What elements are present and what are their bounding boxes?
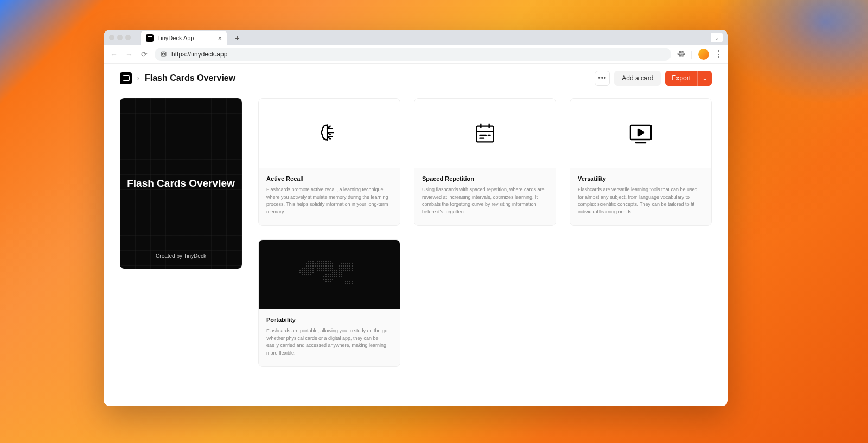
brain-icon (259, 99, 400, 168)
url-input[interactable]: https://tinydeck.app (155, 48, 671, 61)
add-card-button[interactable]: Add a card (614, 71, 661, 86)
chevron-down-icon[interactable]: ⌄ (697, 71, 712, 86)
extensions-icon[interactable] (676, 50, 685, 59)
browser-menu-icon[interactable]: ⋮ (714, 49, 723, 59)
reload-button[interactable]: ⟳ (139, 50, 149, 59)
breadcrumb-chevron-icon: › (137, 74, 139, 82)
profile-avatar[interactable] (698, 49, 709, 60)
favicon-icon (146, 34, 154, 42)
flashcard[interactable]: Versatility Flashcards are versatile lea… (570, 98, 712, 226)
cards-grid: Active Recall Flashcards promote active … (258, 98, 712, 367)
flashcard[interactable]: Active Recall Flashcards promote active … (258, 98, 400, 226)
new-tab-button[interactable]: + (232, 33, 243, 42)
export-button[interactable]: Export ⌄ (665, 71, 712, 86)
card-description: Flashcards are versatile learning tools … (578, 186, 704, 216)
browser-tab[interactable]: TinyDeck App × (141, 31, 227, 45)
card-title: Active Recall (266, 175, 392, 182)
card-title: Portability (266, 317, 392, 323)
card-description: Using flashcards with spaced repetition,… (422, 186, 548, 216)
world-map-icon (259, 240, 400, 309)
close-tab-icon[interactable]: × (218, 34, 222, 42)
calendar-icon (414, 99, 556, 168)
more-options-button[interactable]: ••• (595, 71, 610, 86)
tab-bar: TinyDeck App × + ⌄ (104, 30, 728, 45)
tab-overflow-button[interactable]: ⌄ (711, 33, 723, 42)
deck-cover[interactable]: Flash Cards Overview Created by TinyDeck (120, 98, 242, 269)
back-button[interactable]: ← (109, 50, 119, 59)
cover-title: Flash Cards Overview (127, 178, 235, 189)
svg-rect-1 (162, 53, 164, 55)
page-title: Flash Cards Overview (145, 73, 235, 83)
video-icon (570, 99, 711, 168)
card-description: Flashcards promote active recall, a lear… (266, 186, 392, 216)
svg-rect-0 (161, 52, 166, 56)
app-logo-icon[interactable] (120, 72, 132, 84)
forward-button[interactable]: → (124, 50, 134, 59)
card-title: Spaced Repetition (422, 175, 548, 182)
svg-rect-2 (477, 126, 494, 142)
browser-window: TinyDeck App × + ⌄ ← → ⟳ https://tinydec… (104, 30, 728, 406)
card-description: Flashcards are portable, allowing you to… (266, 327, 392, 357)
window-controls[interactable] (109, 35, 131, 40)
url-text: https://tinydeck.app (171, 50, 227, 58)
card-title: Versatility (578, 175, 704, 182)
cover-credit: Created by TinyDeck (156, 253, 206, 259)
address-bar: ← → ⟳ https://tinydeck.app | ⋮ (104, 45, 728, 64)
flashcard[interactable]: Portability Flashcards are portable, all… (258, 239, 400, 367)
app-header: › Flash Cards Overview ••• Add a card Ex… (104, 64, 728, 93)
site-info-icon[interactable] (160, 50, 167, 58)
flashcard[interactable]: Spaced Repetition Using flashcards with … (414, 98, 556, 226)
page-content: › Flash Cards Overview ••• Add a card Ex… (104, 64, 728, 406)
tab-title: TinyDeck App (157, 35, 194, 41)
